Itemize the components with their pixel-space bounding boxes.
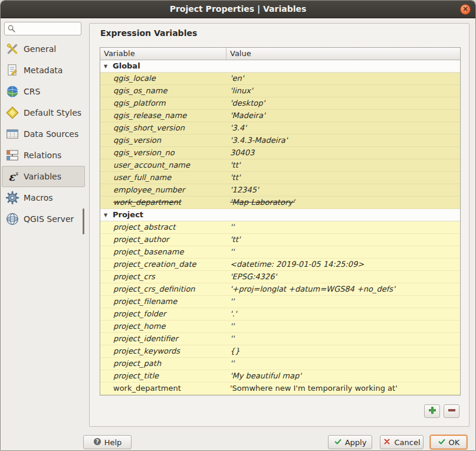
help-button[interactable]: ? Help bbox=[83, 435, 132, 449]
sidebar-scrollbar-thumb[interactable] bbox=[83, 208, 84, 234]
variable-row-qgis_version[interactable]: qgis_version'3.4.3-Madeira' bbox=[100, 135, 460, 147]
variable-row-project_crs[interactable]: project_crs'EPSG:4326' bbox=[100, 271, 460, 283]
variable-value: '' bbox=[226, 221, 460, 233]
variable-name: project_identifier bbox=[100, 333, 226, 345]
sidebar-item-label: Relations bbox=[24, 151, 61, 160]
help-button-label: Help bbox=[104, 438, 122, 447]
variable-name: project_creation_date bbox=[100, 259, 226, 270]
variable-value: 'My beautiful map' bbox=[226, 370, 460, 382]
variable-row-project_home[interactable]: project_home'' bbox=[100, 321, 460, 333]
variables-epsilon-icon: εx bbox=[5, 169, 19, 184]
variables-page-panel: Expression Variables Variable Value ▼Glo… bbox=[89, 23, 470, 427]
variable-name: project_crs_definition bbox=[100, 283, 226, 295]
variable-name: project_title bbox=[100, 370, 226, 382]
variable-value: 'tt' bbox=[226, 172, 460, 184]
variable-row-project_crs_definition[interactable]: project_crs_definition'+proj=longlat +da… bbox=[100, 283, 460, 296]
metadata-icon bbox=[5, 63, 19, 77]
variable-row-project_basename[interactable]: project_basename'' bbox=[100, 246, 460, 259]
variable-row-user_account_name[interactable]: user_account_name'tt' bbox=[100, 159, 460, 172]
variable-name: qgis_short_version bbox=[100, 122, 226, 134]
group-row-global[interactable]: ▼Global bbox=[100, 60, 460, 73]
remove-variable-button[interactable] bbox=[444, 404, 459, 418]
variable-name: work_department bbox=[100, 197, 226, 208]
variable-name: project_home bbox=[100, 321, 226, 332]
variable-value: 'desktop' bbox=[226, 97, 460, 109]
variable-value: 'tt' bbox=[226, 159, 460, 171]
variable-row-qgis_locale[interactable]: qgis_locale'en' bbox=[100, 73, 460, 85]
variable-row-project_title[interactable]: project_title'My beautiful map' bbox=[100, 370, 460, 383]
sidebar-item-crs[interactable]: CRS bbox=[2, 81, 85, 102]
variable-value: '.' bbox=[226, 308, 460, 320]
sidebar-item-data-sources[interactable]: Data Sources bbox=[2, 123, 85, 145]
sidebar-nav: GeneralMetadataCRSDefault StylesData Sou… bbox=[2, 38, 85, 230]
table-header: Variable Value bbox=[100, 48, 460, 60]
variable-row-project_keywords[interactable]: project_keywords{} bbox=[100, 345, 460, 358]
variable-value: 'EPSG:4326' bbox=[226, 271, 460, 283]
group-row-project[interactable]: ▼Project bbox=[100, 209, 460, 221]
column-header-variable: Variable bbox=[100, 48, 226, 60]
variable-value: '' bbox=[226, 358, 460, 370]
project-properties-dialog: Project Properties | Variables × General… bbox=[0, 0, 476, 451]
variable-row-project_author[interactable]: project_author'tt' bbox=[100, 234, 460, 246]
variable-value: '3.4.3-Madeira' bbox=[226, 135, 460, 146]
variable-row-project_folder[interactable]: project_folder'.' bbox=[100, 308, 460, 321]
variable-row-qgis_release_name[interactable]: qgis_release_name'Madeira' bbox=[100, 110, 460, 122]
sidebar-item-metadata[interactable]: Metadata bbox=[2, 60, 85, 81]
sidebar-item-general[interactable]: General bbox=[2, 38, 85, 60]
close-button[interactable]: × bbox=[460, 4, 471, 15]
add-variable-button[interactable] bbox=[424, 404, 440, 418]
variable-row-project_path[interactable]: project_path'' bbox=[100, 358, 460, 370]
variable-value: '3.4' bbox=[226, 122, 460, 134]
variable-name: user_full_name bbox=[100, 172, 226, 184]
column-header-value: Value bbox=[226, 48, 460, 60]
svg-text:x: x bbox=[15, 171, 19, 177]
sidebar-item-default-styles[interactable]: Default Styles bbox=[2, 102, 85, 123]
variable-row-qgis_platform[interactable]: qgis_platform'desktop' bbox=[100, 97, 460, 110]
data-sources-icon bbox=[5, 127, 19, 141]
collapse-triangle-icon[interactable]: ▼ bbox=[104, 210, 113, 221]
ok-button-label: OK bbox=[449, 438, 460, 447]
add-plus-icon bbox=[428, 406, 437, 417]
apply-button[interactable]: Apply bbox=[328, 435, 372, 449]
sidebar-item-label: Macros bbox=[24, 193, 53, 202]
variable-name: qgis_os_name bbox=[100, 85, 226, 97]
variable-value: 'linux' bbox=[226, 85, 460, 97]
cancel-button[interactable]: Cancel bbox=[380, 435, 424, 449]
svg-text:?: ? bbox=[96, 439, 99, 445]
variable-row-project_filename[interactable]: project_filename'' bbox=[100, 296, 460, 308]
variable-value: 'en' bbox=[226, 73, 460, 84]
sidebar-item-label: CRS bbox=[24, 87, 40, 96]
sidebar-search[interactable] bbox=[4, 22, 81, 35]
sidebar-item-variables[interactable]: εxVariables bbox=[2, 166, 85, 187]
sidebar-item-macros[interactable]: Macros bbox=[2, 187, 85, 208]
variable-name: work_department bbox=[100, 383, 226, 394]
sidebar-item-qgis-server[interactable]: QGIS Server bbox=[2, 208, 85, 230]
variable-row-qgis_os_name[interactable]: qgis_os_name'linux' bbox=[100, 85, 460, 97]
variable-value: '' bbox=[226, 246, 460, 258]
help-icon: ? bbox=[93, 437, 101, 447]
variable-row-project_identifier[interactable]: project_identifier'' bbox=[100, 333, 460, 345]
variable-name: project_basename bbox=[100, 246, 226, 258]
ok-button[interactable]: OK bbox=[430, 435, 467, 449]
variable-row-work_department[interactable]: work_department'Somwhere new I'm tempora… bbox=[100, 383, 460, 395]
collapse-triangle-icon[interactable]: ▼ bbox=[104, 61, 113, 72]
variable-row-qgis_version_no[interactable]: qgis_version_no30403 bbox=[100, 147, 460, 159]
variable-name: qgis_release_name bbox=[100, 110, 226, 122]
title-bar[interactable]: Project Properties | Variables × bbox=[1, 1, 475, 18]
page-title: Expression Variables bbox=[100, 28, 197, 38]
variable-value: 'tt' bbox=[226, 234, 460, 246]
crs-globe-icon bbox=[5, 84, 19, 99]
sidebar-item-relations[interactable]: Relations bbox=[2, 145, 85, 166]
search-input[interactable] bbox=[18, 23, 79, 34]
variable-row-user_full_name[interactable]: user_full_name'tt' bbox=[100, 172, 460, 184]
variable-row-employee_number[interactable]: employee_number'12345' bbox=[100, 184, 460, 197]
variable-name: project_crs bbox=[100, 271, 226, 283]
variable-value: '12345' bbox=[226, 184, 460, 196]
tools-icon bbox=[5, 42, 19, 56]
variable-row-project_creation_date[interactable]: project_creation_date<datetime: 2019-01-… bbox=[100, 259, 460, 271]
variable-row-project_abstract[interactable]: project_abstract'' bbox=[100, 221, 460, 234]
variable-row-qgis_short_version[interactable]: qgis_short_version'3.4' bbox=[100, 122, 460, 135]
variable-name: project_path bbox=[100, 358, 226, 370]
apply-button-label: Apply bbox=[345, 438, 367, 447]
variable-row-work_department[interactable]: work_department'Map Laboratory' bbox=[100, 197, 460, 209]
